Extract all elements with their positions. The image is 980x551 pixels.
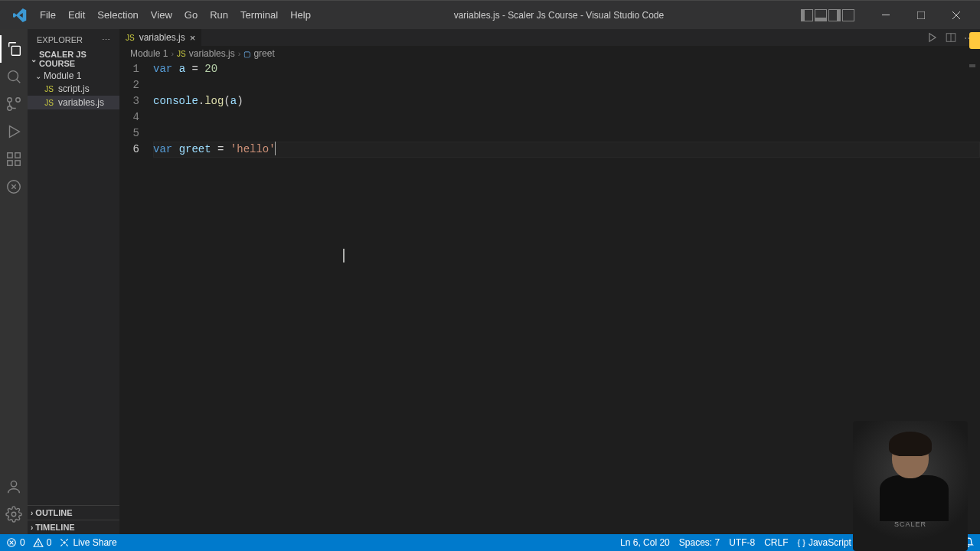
svg-rect-1 [917, 11, 925, 19]
presenter-silhouette [880, 436, 941, 513]
status-errors[interactable]: 0 [6, 537, 25, 548]
svg-rect-10 [8, 153, 12, 158]
menu-go[interactable]: Go [178, 1, 204, 30]
run-debug-icon[interactable] [0, 118, 28, 145]
explorer-sidebar: EXPLORER ⋯ ⌄ SCALER JS COURSE ⌄ Module 1… [28, 29, 119, 534]
explorer-header: EXPLORER ⋯ [28, 29, 119, 48]
svg-point-6 [16, 98, 21, 103]
liveshare-icon[interactable] [0, 173, 28, 201]
svg-rect-13 [15, 161, 20, 165]
timeline-section[interactable]: › TIMELINE [28, 520, 119, 534]
minimap-content [969, 64, 975, 67]
right-panel-toggle[interactable] [969, 32, 980, 49]
outline-section[interactable]: › OUTLINE [28, 505, 119, 520]
search-icon[interactable] [0, 63, 28, 90]
secondary-cursor [343, 249, 345, 262]
status-language[interactable]: { } JavaScript [798, 537, 851, 548]
svg-point-15 [11, 481, 16, 487]
svg-point-25 [64, 542, 65, 543]
chevron-down-icon: ⌄ [31, 55, 37, 64]
chevron-down-icon: ⌄ [35, 72, 41, 80]
status-liveshare[interactable]: Live Share [59, 537, 116, 548]
svg-line-5 [17, 80, 21, 83]
folder-module1[interactable]: ⌄ Module 1 [28, 70, 119, 82]
vscode-logo-icon [12, 8, 28, 23]
window-title: variables.js - Scaler Js Course - Visual… [317, 10, 801, 21]
activity-bar [0, 29, 28, 534]
status-eol[interactable]: CRLF [764, 537, 788, 548]
js-file-icon: JS [177, 50, 186, 58]
menu-bar: File Edit Selection View Go Run Terminal… [34, 1, 317, 30]
close-tab-icon[interactable]: × [190, 32, 196, 44]
file-variables-js[interactable]: JS variables.js [28, 96, 119, 109]
text-cursor [275, 142, 276, 155]
svg-point-8 [8, 98, 12, 103]
chevron-right-icon: › [171, 49, 174, 58]
status-warnings[interactable]: 0 [33, 537, 52, 548]
line-gutter: 1 2 3 4 5 6 [119, 61, 153, 534]
svg-point-24 [38, 545, 38, 546]
breadcrumb-folder[interactable]: Module 1 [130, 48, 168, 59]
close-button[interactable] [939, 4, 974, 27]
breadcrumb[interactable]: Module 1 › JS variables.js › ▢ greet [119, 46, 980, 61]
status-bar: 0 0 Live Share Ln 6, Col 20 Spaces: 7 UT… [0, 534, 980, 551]
breadcrumb-symbol[interactable]: greet [253, 48, 274, 59]
js-file-icon: JS [126, 34, 135, 42]
extensions-icon[interactable] [0, 145, 28, 173]
menu-run[interactable]: Run [204, 1, 234, 30]
menu-terminal[interactable]: Terminal [234, 1, 284, 30]
explorer-title: EXPLORER [37, 35, 83, 45]
scaler-brand-icon: SCALER [894, 520, 926, 528]
toggle-secondary-sidebar-icon[interactable] [828, 9, 841, 21]
menu-edit[interactable]: Edit [62, 1, 91, 30]
js-file-icon: JS [43, 96, 55, 109]
customize-layout-icon[interactable] [842, 9, 854, 21]
split-editor-icon[interactable] [946, 32, 956, 43]
status-encoding[interactable]: UTF-8 [729, 537, 755, 548]
symbol-variable-icon: ▢ [243, 50, 250, 58]
menu-selection[interactable]: Selection [91, 1, 144, 30]
editor-area: JS variables.js × ⋯ Module 1 › JS variab… [119, 29, 980, 534]
accounts-icon[interactable] [0, 473, 28, 500]
js-file-icon: JS [43, 83, 55, 95]
settings-gear-icon[interactable] [0, 500, 28, 528]
svg-rect-11 [15, 153, 20, 158]
explorer-more-icon[interactable]: ⋯ [102, 35, 110, 45]
maximize-button[interactable] [903, 4, 939, 27]
svg-marker-9 [10, 126, 20, 138]
chevron-right-icon: › [238, 49, 241, 58]
chevron-right-icon: › [31, 523, 33, 532]
toggle-primary-sidebar-icon[interactable] [801, 9, 813, 21]
svg-rect-12 [8, 161, 12, 165]
file-script-js[interactable]: JS script.js [28, 82, 119, 96]
code-editor[interactable]: 1 2 3 4 5 6 var a = 20 console.log(a) va… [119, 61, 980, 534]
svg-rect-0 [882, 15, 890, 15]
main-area: EXPLORER ⋯ ⌄ SCALER JS COURSE ⌄ Module 1… [0, 29, 980, 534]
status-lncol[interactable]: Ln 6, Col 20 [620, 537, 670, 548]
toggle-panel-icon[interactable] [815, 9, 827, 21]
menu-file[interactable]: File [34, 1, 62, 30]
svg-marker-17 [929, 34, 936, 42]
run-code-icon[interactable] [927, 32, 938, 43]
tab-variables-js[interactable]: JS variables.js × [119, 29, 201, 46]
svg-point-4 [8, 71, 18, 81]
svg-point-16 [11, 512, 16, 517]
menu-view[interactable]: View [145, 1, 178, 30]
explorer-icon[interactable] [0, 35, 28, 63]
source-control-icon[interactable] [0, 90, 28, 118]
breadcrumb-file[interactable]: variables.js [189, 48, 235, 59]
layout-controls [801, 9, 854, 21]
menu-help[interactable]: Help [284, 1, 317, 30]
editor-tabs: JS variables.js × ⋯ [119, 29, 980, 46]
webcam-overlay: SCALER [853, 421, 968, 551]
title-bar: File Edit Selection View Go Run Terminal… [0, 0, 980, 29]
minimize-button[interactable] [868, 4, 903, 27]
project-section[interactable]: ⌄ SCALER JS COURSE [28, 48, 119, 70]
chevron-right-icon: › [31, 509, 33, 517]
status-spaces[interactable]: Spaces: 7 [679, 537, 720, 548]
